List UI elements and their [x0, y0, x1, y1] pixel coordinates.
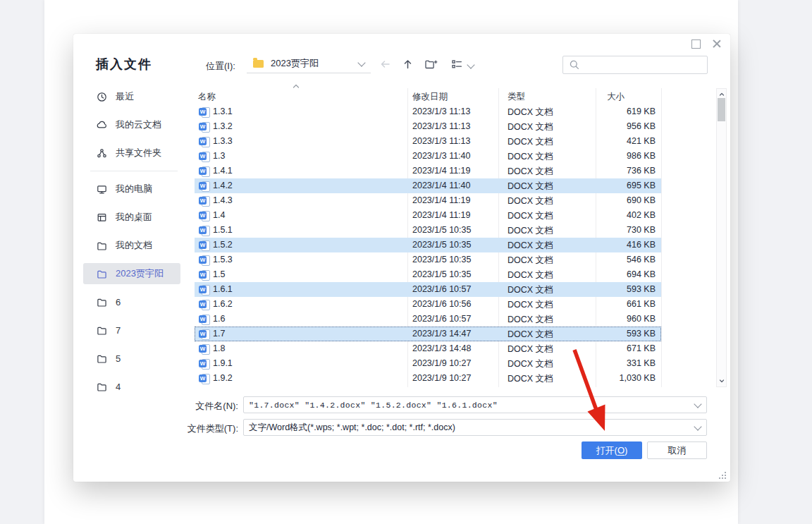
open-button[interactable]: 打开(O) — [582, 441, 642, 459]
column-header-date[interactable]: 修改日期 — [412, 91, 448, 103]
table-row[interactable]: 1.4.2 2023/1/4 11:40 DOCX 文档 695 KB — [195, 178, 661, 193]
filetype-value: 文字/Word格式(*.wps; *.wpt; *.doc; *.dot; *.… — [244, 422, 695, 434]
file-name: 1.3.2 — [213, 121, 233, 131]
file-name: 1.7 — [213, 329, 225, 339]
close-icon[interactable] — [712, 39, 722, 49]
new-folder-icon[interactable] — [424, 57, 438, 71]
file-date: 2023/1/5 10:35 — [412, 255, 471, 264]
sidebar-item-最近[interactable]: 最近 — [73, 83, 193, 111]
chevron-down-icon[interactable] — [694, 422, 701, 430]
file-size: 593 KB — [589, 329, 656, 339]
file-name: 1.9.2 — [213, 373, 233, 383]
sidebar-item-2023贾宇阳[interactable]: 2023贾宇阳 — [73, 260, 193, 288]
up-icon[interactable] — [400, 57, 414, 71]
file-type: DOCX 文档 — [508, 343, 553, 355]
resize-grip[interactable] — [719, 472, 726, 479]
search-input[interactable] — [562, 56, 708, 74]
folder-icon — [97, 297, 107, 307]
file-date: 2023/1/3 14:48 — [412, 343, 471, 353]
sidebar-item-我的桌面[interactable]: 我的桌面 — [73, 203, 193, 231]
word-document-icon — [199, 152, 210, 162]
chevron-down-icon[interactable] — [694, 400, 701, 408]
table-row[interactable]: 1.4.1 2023/1/4 11:19 DOCX 文档 736 KB — [195, 164, 661, 178]
file-name: 1.4.3 — [213, 195, 233, 205]
sidebar-item-4[interactable]: 4 — [73, 372, 193, 401]
file-size: 960 KB — [589, 314, 656, 324]
word-document-icon — [199, 211, 210, 221]
table-row[interactable]: 1.5.1 2023/1/5 10:35 DOCX 文档 730 KB — [195, 223, 661, 238]
file-size: 593 KB — [589, 284, 656, 294]
table-row[interactable]: 1.6 2023/1/6 10:57 DOCX 文档 960 KB — [195, 312, 661, 327]
sidebar-item-7[interactable]: 7 — [73, 316, 193, 344]
sidebar-item-6[interactable]: 6 — [73, 288, 193, 316]
sidebar-item-我的电脑[interactable]: 我的电脑 — [73, 175, 193, 203]
table-row[interactable]: 1.5.2 2023/1/5 10:35 DOCX 文档 416 KB — [195, 238, 661, 252]
file-type: DOCX 文档 — [508, 106, 553, 118]
column-header-size[interactable]: 大小 — [607, 91, 625, 103]
sidebar-item-label: 我的桌面 — [116, 211, 152, 224]
sort-ascending-icon[interactable] — [292, 83, 300, 89]
search-icon — [569, 59, 580, 71]
file-name: 1.3.1 — [213, 106, 233, 116]
file-size: 736 KB — [589, 166, 656, 176]
file-date: 2023/1/3 11:13 — [412, 136, 470, 146]
column-header-type[interactable]: 类型 — [508, 91, 525, 103]
maximize-icon[interactable] — [691, 39, 701, 49]
sidebar-item-label: 我的电脑 — [116, 183, 152, 195]
folder-icon — [253, 60, 264, 68]
sidebar-item-共享文件夹[interactable]: 共享文件夹 — [73, 139, 193, 167]
file-name: 1.5.2 — [213, 240, 233, 250]
file-name: 1.4.2 — [213, 181, 233, 190]
table-row[interactable]: 1.7 2023/1/3 14:47 DOCX 文档 593 KB — [195, 327, 661, 341]
cancel-button[interactable]: 取消 — [647, 441, 707, 459]
filetype-dropdown[interactable]: 文字/Word格式(*.wps; *.wpt; *.doc; *.dot; *.… — [243, 419, 707, 436]
table-row[interactable]: 1.3.3 2023/1/3 11:13 DOCX 文档 421 KB — [195, 134, 661, 149]
scrollbar[interactable] — [716, 88, 727, 387]
filename-input[interactable]: "1.7.docx" "1.4.2.docx" "1.5.2.docx" "1.… — [243, 396, 707, 413]
table-row[interactable]: 1.8 2023/1/3 14:48 DOCX 文档 671 KB — [195, 341, 661, 356]
open-button-accesskey: O — [617, 446, 625, 456]
filetype-label: 文件类型(T): — [156, 422, 238, 435]
file-size: 1,030 KB — [589, 373, 656, 383]
table-row[interactable]: 1.6.1 2023/1/6 10:57 DOCX 文档 593 KB — [195, 282, 661, 297]
scroll-up-icon[interactable] — [719, 92, 725, 97]
file-date: 2023/1/4 11:19 — [412, 166, 470, 176]
scrollbar-thumb[interactable] — [718, 98, 725, 121]
view-mode-icon[interactable] — [448, 57, 466, 71]
word-document-icon — [199, 240, 210, 250]
filename-label: 文件名(N): — [156, 400, 238, 413]
back-icon[interactable] — [378, 57, 392, 71]
sidebar-item-label: 2023贾宇阳 — [116, 267, 164, 280]
word-document-icon — [199, 181, 210, 191]
table-row[interactable]: 1.3 2023/1/3 11:40 DOCX 文档 986 KB — [195, 149, 661, 164]
word-document-icon — [199, 374, 210, 384]
table-row[interactable]: 1.6.2 2023/1/6 10:56 DOCX 文档 661 KB — [195, 297, 661, 312]
table-row[interactable]: 1.3.2 2023/1/3 11:13 DOCX 文档 956 KB — [195, 119, 661, 134]
table-row[interactable]: 1.9.1 2023/1/9 10:27 DOCX 文档 331 KB — [195, 356, 661, 371]
file-name: 1.6.2 — [213, 299, 233, 309]
column-header-name[interactable]: 名称 — [198, 91, 216, 103]
word-document-icon — [199, 196, 210, 206]
scroll-down-icon[interactable] — [719, 378, 725, 384]
column-divider — [661, 88, 662, 387]
table-row[interactable]: 1.4.3 2023/1/4 11:19 DOCX 文档 690 KB — [195, 193, 661, 208]
sidebar-item-5[interactable]: 5 — [73, 344, 193, 372]
view-mode-chevron-icon[interactable] — [467, 61, 474, 68]
file-type: DOCX 文档 — [508, 329, 553, 341]
table-row[interactable]: 1.4 2023/1/4 11:19 DOCX 文档 402 KB — [195, 208, 661, 223]
word-document-icon — [199, 107, 210, 117]
sidebar-item-label: 共享文件夹 — [116, 147, 161, 159]
table-row[interactable]: 1.5.3 2023/1/5 10:35 DOCX 文档 546 KB — [195, 252, 661, 267]
table-row[interactable]: 1.5 2023/1/5 10:35 DOCX 文档 694 KB — [195, 267, 661, 282]
location-dropdown[interactable]: 2023贾宇阳 — [247, 54, 371, 73]
sidebar-item-我的文档[interactable]: 我的文档 — [73, 231, 193, 260]
sidebar-item-我的云文档[interactable]: 我的云文档 — [73, 111, 193, 139]
file-type: DOCX 文档 — [508, 373, 553, 385]
table-row[interactable]: 1.3.1 2023/1/3 11:13 DOCX 文档 619 KB — [195, 104, 661, 119]
file-size: 986 KB — [589, 151, 656, 161]
file-name: 1.8 — [213, 343, 225, 353]
file-date: 2023/1/5 10:35 — [412, 269, 471, 279]
table-row[interactable]: 1.9.2 2023/1/9 10:27 DOCX 文档 1,030 KB — [195, 371, 661, 386]
file-date: 2023/1/4 11:19 — [412, 195, 470, 205]
word-document-icon — [199, 285, 210, 295]
